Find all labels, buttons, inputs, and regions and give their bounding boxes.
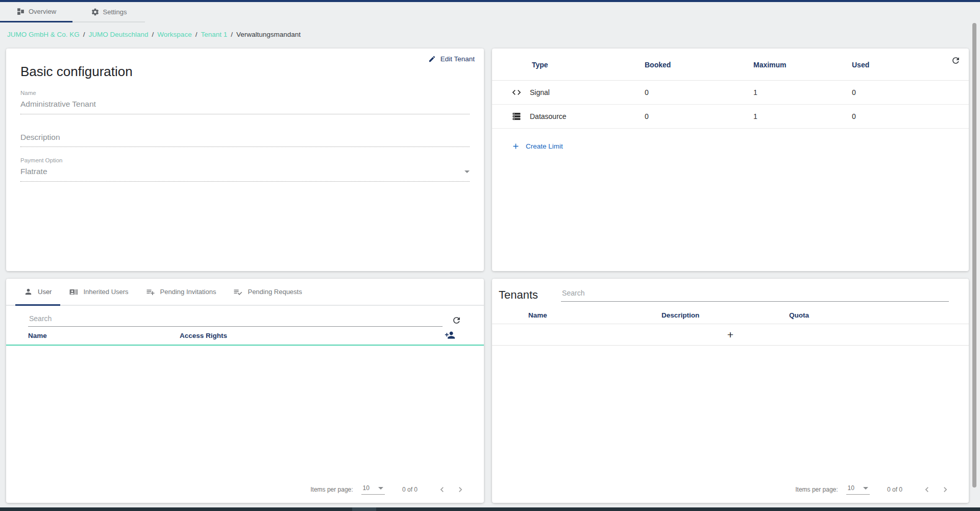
breadcrumb-current: Verwaltungsmandant (236, 31, 301, 38)
bottom-bar (0, 507, 980, 511)
users-paginator: Items per page: 10 0 of 0 (310, 484, 465, 495)
limits-table-header: Type Booked Maximum Used (492, 48, 969, 81)
description-field: Description (20, 133, 470, 147)
page-size-value: 10 (848, 484, 854, 492)
tab-pending-requests-label: Pending Requests (248, 288, 302, 296)
tab-inherited-users[interactable]: Inherited Users (60, 279, 137, 305)
add-user-button[interactable] (445, 330, 455, 340)
next-page-button[interactable] (455, 484, 465, 495)
limit-row-maximum: 1 (753, 112, 852, 120)
refresh-icon (452, 315, 461, 325)
breadcrumb-separator: / (231, 31, 233, 38)
page-size-value: 10 (363, 484, 370, 492)
dashboard-icon (16, 7, 25, 16)
chevron-down-icon (378, 487, 383, 490)
breadcrumb-link-tenant[interactable]: Tenant 1 (201, 31, 227, 38)
previous-page-button[interactable] (922, 484, 932, 495)
horizontal-scrollbar-thumb[interactable] (352, 507, 376, 511)
chevron-right-icon (940, 484, 950, 495)
dns-icon (511, 111, 522, 121)
users-card: User Inherited Users Pending Invitations (6, 279, 484, 503)
limit-row-type: Datasource (530, 112, 567, 120)
tenants-paginator: Items per page: 10 0 of 0 (795, 484, 950, 495)
items-per-page-label: Items per page: (795, 486, 838, 493)
payment-option-value: Flatrate (20, 167, 47, 176)
payment-option-label: Payment Option (20, 157, 470, 163)
chevron-down-icon (863, 487, 868, 490)
refresh-users-button[interactable] (452, 315, 461, 325)
breadcrumb-separator: / (83, 31, 85, 38)
limits-card: Type Booked Maximum Used Signal 0 1 0 Da… (492, 48, 969, 271)
refresh-limits-button[interactable] (951, 56, 961, 65)
limit-row-type: Signal (530, 88, 550, 96)
limit-row-booked: 0 (645, 88, 753, 96)
tab-inherited-users-label: Inherited Users (83, 288, 128, 296)
tab-overview-label: Overview (29, 8, 56, 15)
breadcrumb-link-org[interactable]: JUMO Deutschland (89, 31, 149, 38)
tab-settings-label: Settings (103, 8, 127, 16)
tenants-table-header: Name Description Quota (492, 307, 969, 324)
previous-page-button[interactable] (437, 484, 447, 495)
page-size-select[interactable]: 10 (361, 484, 385, 495)
limit-row-booked: 0 (645, 112, 753, 120)
users-col-name: Name (28, 332, 180, 339)
edit-tenant-button[interactable]: Edit Tenant (428, 55, 475, 63)
name-field-value: Administrative Tenant (20, 100, 470, 114)
breadcrumb-link-company[interactable]: JUMO GmbH & Co. KG (7, 31, 80, 38)
breadcrumb-separator: / (152, 31, 154, 38)
next-page-button[interactable] (940, 484, 950, 495)
tenants-search-input[interactable] (561, 287, 949, 302)
vertical-scrollbar[interactable] (972, 23, 976, 488)
gear-icon (91, 8, 100, 16)
chevron-right-icon (455, 484, 465, 495)
playlist-add-icon (146, 287, 155, 297)
tenants-add-row: + (492, 324, 969, 346)
breadcrumb-separator: / (195, 31, 198, 38)
tab-pending-invitations[interactable]: Pending Invitations (137, 279, 225, 305)
main-tabbar: Overview Settings (0, 2, 145, 22)
tab-settings[interactable]: Settings (72, 2, 145, 21)
limit-row-maximum: 1 (753, 88, 852, 96)
basic-configuration-card: Edit Tenant Basic configuration Name Adm… (6, 48, 484, 271)
person-add-icon (445, 330, 455, 340)
tenants-card: Tenants Name Description Quota + Items p… (492, 279, 969, 503)
chevron-down-icon (464, 171, 470, 173)
tenants-title: Tenants (499, 288, 538, 302)
limit-row-used: 0 (852, 112, 969, 120)
items-per-page-label: Items per page: (310, 486, 353, 493)
table-row[interactable]: Datasource 0 1 0 (492, 105, 969, 129)
breadcrumb-link-workspace[interactable]: Workspace (157, 31, 191, 38)
page-range-label: 0 of 0 (402, 486, 418, 493)
users-tabbar: User Inherited Users Pending Invitations (6, 279, 484, 306)
tab-user-label: User (38, 288, 52, 296)
chevron-left-icon (922, 484, 932, 495)
card-title: Basic configuration (20, 64, 484, 80)
add-tenant-button[interactable]: + (727, 324, 733, 345)
chevron-left-icon (437, 484, 447, 495)
limits-col-booked: Booked (645, 61, 753, 69)
table-row[interactable]: Signal 0 1 0 (492, 81, 969, 105)
tab-overview[interactable]: Overview (0, 2, 72, 22)
pencil-icon (428, 55, 436, 63)
tab-pending-invitations-label: Pending Invitations (160, 288, 216, 296)
payment-option-select[interactable]: Flatrate (20, 167, 470, 182)
limits-col-maximum: Maximum (753, 61, 852, 69)
name-field-label: Name (20, 90, 470, 96)
tenants-col-quota: Quota (789, 311, 969, 319)
users-col-access-rights: Access Rights (180, 332, 227, 339)
tenants-col-name: Name (528, 311, 662, 319)
users-table-body-empty (6, 346, 484, 483)
edit-tenant-label: Edit Tenant (440, 55, 475, 63)
create-limit-label: Create Limit (526, 142, 563, 150)
refresh-icon (951, 56, 961, 65)
users-table-header: Name Access Rights (6, 327, 484, 346)
recent-actors-icon (69, 287, 78, 297)
tab-user[interactable]: User (15, 279, 60, 306)
code-icon (511, 87, 522, 98)
person-icon (24, 287, 33, 296)
users-search-input[interactable] (28, 311, 443, 327)
plus-icon (511, 142, 520, 151)
tab-pending-requests[interactable]: Pending Requests (225, 279, 310, 305)
page-size-select[interactable]: 10 (846, 484, 870, 495)
create-limit-button[interactable]: Create Limit (511, 142, 563, 151)
